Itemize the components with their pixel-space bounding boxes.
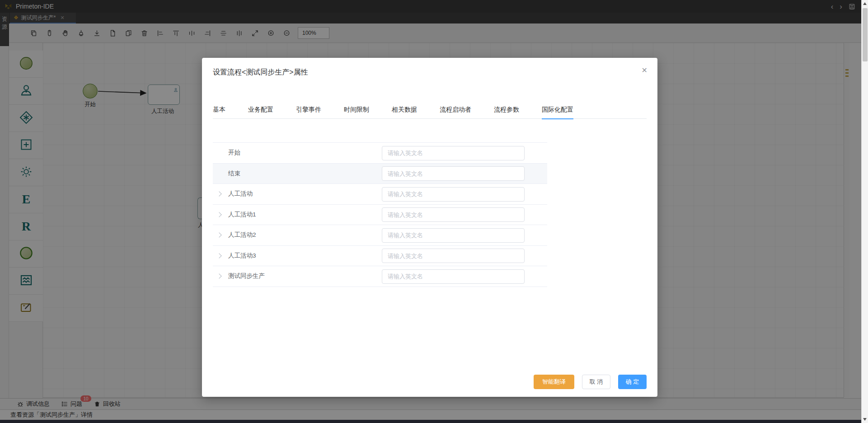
node-name-label: 测试同步生产	[228, 272, 265, 280]
node-name-label: 人工活动	[228, 190, 253, 198]
dialog-tab-5[interactable]: 流程启动者	[440, 101, 471, 119]
dialog-tab-3[interactable]: 时间限制	[344, 101, 369, 119]
chevron-right-icon[interactable]	[216, 274, 221, 279]
chevron-right-icon[interactable]	[216, 233, 221, 238]
window-scrollbar[interactable]	[861, 0, 868, 423]
i18n-row: 人工活动1	[213, 205, 547, 226]
i18n-row: 人工活动2	[213, 225, 547, 246]
chevron-right-icon[interactable]	[216, 253, 221, 258]
dialog-title: 设置流程<测试同步生产>属性	[213, 68, 308, 77]
scrollbar-thumb[interactable]	[863, 8, 868, 61]
dialog-close-icon[interactable]: ✕	[642, 66, 647, 75]
chevron-right-icon[interactable]	[216, 212, 221, 217]
node-name-label: 人工活动1	[228, 211, 256, 219]
dialog-tab-2[interactable]: 引擎事件	[296, 101, 321, 119]
i18n-row: 人工活动3	[213, 246, 547, 267]
chevron-right-icon[interactable]	[216, 192, 221, 197]
node-name-label: 人工活动2	[228, 231, 256, 239]
dialog-tab-6[interactable]: 流程参数	[494, 101, 519, 119]
english-name-input[interactable]	[382, 187, 525, 202]
process-properties-dialog: 设置流程<测试同步生产>属性 ✕ 基本业务配置引擎事件时间限制相关数据流程启动者…	[202, 58, 657, 397]
dialog-tabs: 基本业务配置引擎事件时间限制相关数据流程启动者流程参数国际化配置	[213, 101, 647, 119]
english-name-input[interactable]	[382, 228, 525, 243]
smart-translate-button[interactable]: 智能翻译	[534, 375, 574, 389]
dialog-tab-0[interactable]: 基本	[213, 101, 225, 119]
node-name-label: 结束	[228, 169, 240, 178]
dialog-tab-4[interactable]: 相关数据	[392, 101, 417, 119]
i18n-row: 测试同步生产	[213, 266, 547, 287]
dialog-footer: 智能翻译 取 消 确 定	[534, 375, 647, 389]
i18n-row: 人工活动	[213, 184, 547, 205]
dialog-tab-7[interactable]: 国际化配置	[542, 101, 573, 119]
cancel-button[interactable]: 取 消	[582, 375, 610, 389]
node-name-label: 人工活动3	[228, 252, 256, 260]
dialog-tab-1[interactable]: 业务配置	[248, 101, 273, 119]
scroll-up-icon[interactable]	[863, 2, 867, 5]
english-name-input[interactable]	[382, 146, 525, 160]
confirm-button[interactable]: 确 定	[618, 375, 647, 389]
english-name-input[interactable]	[382, 207, 525, 222]
scroll-down-icon[interactable]	[863, 418, 867, 421]
i18n-row: 结束	[213, 164, 547, 184]
english-name-input[interactable]	[382, 166, 525, 181]
english-name-input[interactable]	[382, 269, 525, 284]
i18n-config-table: 开始结束人工活动人工活动1人工活动2人工活动3测试同步生产	[213, 142, 547, 287]
node-name-label: 开始	[228, 149, 240, 157]
english-name-input[interactable]	[382, 249, 525, 263]
i18n-row: 开始	[213, 143, 547, 164]
